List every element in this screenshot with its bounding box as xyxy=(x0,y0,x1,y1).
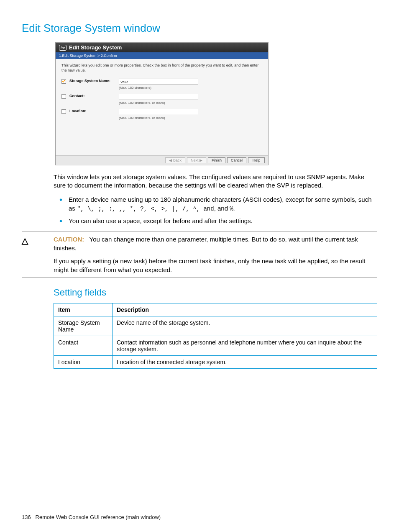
setting-fields-table: Item Description Storage System Name Dev… xyxy=(54,303,377,369)
label-storage-system-name: Storage System Name: xyxy=(69,79,115,83)
wizard-instruction: This wizard lets you edit one or more pr… xyxy=(61,63,262,73)
hp-logo-icon: hp xyxy=(59,45,66,51)
input-contact[interactable] xyxy=(119,94,198,100)
table-row: Location Location of the connected stora… xyxy=(54,356,377,369)
label-contact: Contact: xyxy=(69,94,115,98)
page-title: Edit Storage System window xyxy=(22,22,377,35)
bullet-2: You can also use a space, except for bef… xyxy=(69,216,377,225)
caution-block: △ CAUTION: You can change more than one … xyxy=(22,231,377,278)
bullet-list: Enter a device name using up to 180 alph… xyxy=(69,195,377,226)
setting-fields-heading: Setting fields xyxy=(54,287,377,298)
wizard-footer: ◀ Back Next ▶ Finish Cancel Help xyxy=(56,155,268,165)
checkbox-contact[interactable] xyxy=(61,94,66,99)
hint-contact: (Max. 180 characters, or blank) xyxy=(119,101,262,105)
bullet-1: Enter a device name using up to 180 alph… xyxy=(69,195,377,213)
th-description: Description xyxy=(113,303,377,316)
back-button[interactable]: ◀ Back xyxy=(165,157,185,163)
next-button[interactable]: Next ▶ xyxy=(187,157,206,163)
finish-button[interactable]: Finish xyxy=(208,157,225,163)
row-location: Location: (Max. 180 characters, or blank… xyxy=(61,109,262,120)
checkbox-location[interactable] xyxy=(61,109,66,114)
caution-label: CAUTION: xyxy=(54,236,84,243)
input-location[interactable] xyxy=(119,109,198,115)
input-storage-system-name[interactable] xyxy=(119,79,198,85)
label-location: Location: xyxy=(69,109,115,113)
th-item: Item xyxy=(54,303,113,316)
row-contact: Contact: (Max. 180 characters, or blank) xyxy=(61,94,262,105)
row-storage-system-name: Storage System Name: (Max. 180 character… xyxy=(61,79,262,90)
table-row: Contact Contact information such as pers… xyxy=(54,336,377,356)
caution-text-2: If you apply a setting (a new task) befo… xyxy=(54,257,377,274)
hint-storage-system-name: (Max. 180 characters) xyxy=(119,86,262,90)
intro-paragraph: This window lets you set storage system … xyxy=(54,173,377,190)
window-titlebar: hp Edit Storage System xyxy=(56,43,268,52)
hint-location: (Max. 180 characters, or blank) xyxy=(119,116,262,120)
page-footer: 136 Remote Web Console GUI reference (ma… xyxy=(22,514,161,520)
checkbox-storage-system-name[interactable] xyxy=(61,79,66,84)
cancel-button[interactable]: Cancel xyxy=(227,157,246,163)
caution-text-1: You can change more than one parameter, … xyxy=(54,236,358,252)
breadcrumb: 1.Edit Storage System > 2.Confirm xyxy=(56,52,268,59)
help-button[interactable]: Help xyxy=(248,157,265,163)
edit-storage-system-screenshot: hp Edit Storage System 1.Edit Storage Sy… xyxy=(55,42,269,165)
caution-icon: △ xyxy=(22,236,28,246)
window-title: Edit Storage System xyxy=(69,44,122,51)
table-row: Storage System Name Device name of the s… xyxy=(54,316,377,336)
